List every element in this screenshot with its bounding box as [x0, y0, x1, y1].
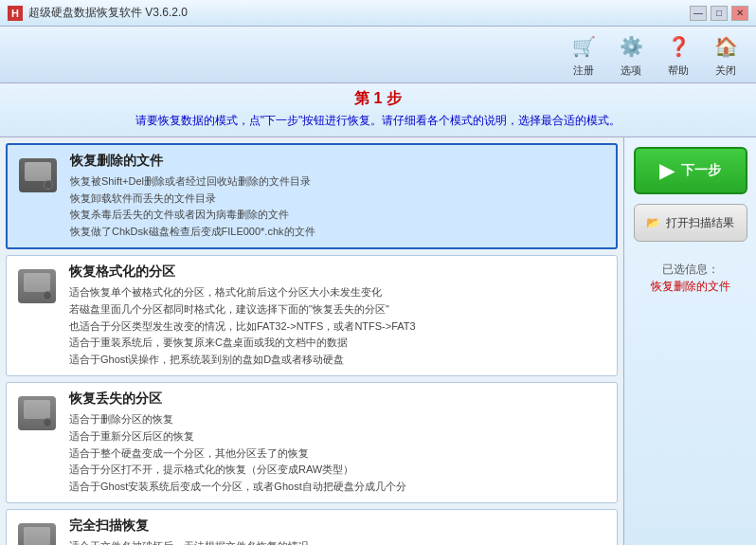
- option-content-restore-lost-partition: 恢复丢失的分区适合于删除分区的恢复 适合于重新分区后区的恢复 适合于整个硬盘变成…: [69, 391, 609, 495]
- select-button[interactable]: ⚙️ 选项: [610, 27, 652, 82]
- option-item-full-scan[interactable]: 完全扫描恢复适合于文件名被破坏后，无法根据文件名恢复的情况 可以定义义扫描磁盘中…: [6, 509, 618, 545]
- window-title: 超级硬盘数据恢复软件 V3.6.2.0: [28, 5, 188, 21]
- toolbar: 🛒 注册 ⚙️ 选项 ❓ 帮助 🏠 关闭: [0, 27, 756, 83]
- help-button[interactable]: ❓ 帮助: [657, 27, 699, 82]
- option-icon-full-scan: [14, 518, 60, 545]
- info-box: 已选信息： 恢复删除的文件: [651, 261, 730, 295]
- register-icon: 🛒: [568, 31, 599, 62]
- minimize-button[interactable]: —: [690, 6, 707, 21]
- register-label: 注册: [573, 64, 594, 78]
- option-item-restore-formatted[interactable]: 恢复格式化的分区适合恢复单个被格式化的分区，格式化前后这个分区大小未发生变化 若…: [6, 255, 618, 376]
- close-app-icon: 🏠: [711, 31, 741, 62]
- close-app-label: 关闭: [715, 64, 736, 78]
- option-content-full-scan: 完全扫描恢复适合于文件名被破坏后，无法根据文件名恢复的情况 可以定义义扫描磁盘中…: [69, 518, 609, 545]
- next-arrow-icon: ▶: [659, 159, 674, 182]
- option-content-restore-deleted: 恢复删除的文件恢复被Shift+Del删除或者经过回收站删除的文件目录 恢复卸载…: [70, 153, 608, 240]
- step-title: 第 1 步: [0, 89, 756, 109]
- title-controls: — □ ✕: [690, 6, 748, 21]
- option-icon-restore-lost-partition: [14, 391, 60, 436]
- next-button[interactable]: ▶ 下一步: [634, 147, 747, 194]
- close-button[interactable]: ✕: [731, 6, 748, 21]
- app-icon: H: [8, 6, 23, 21]
- close-app-button[interactable]: 🏠 关闭: [705, 27, 747, 82]
- register-button[interactable]: 🛒 注册: [563, 27, 604, 82]
- options-list: 恢复删除的文件恢复被Shift+Del删除或者经过回收站删除的文件目录 恢复卸载…: [0, 137, 623, 545]
- option-content-restore-formatted: 恢复格式化的分区适合恢复单个被格式化的分区，格式化前后这个分区大小未发生变化 若…: [69, 263, 609, 368]
- option-desc-restore-formatted: 适合恢复单个被格式化的分区，格式化前后这个分区大小未发生变化 若磁盘里面几个分区…: [69, 284, 609, 368]
- title-bar-left: H 超级硬盘数据恢复软件 V3.6.2.0: [8, 5, 188, 21]
- next-button-label: 下一步: [681, 162, 721, 179]
- title-bar: H 超级硬盘数据恢复软件 V3.6.2.0 — □ ✕: [0, 0, 756, 27]
- option-desc-restore-lost-partition: 适合于删除分区的恢复 适合于重新分区后区的恢复 适合于整个硬盘变成一个分区，其他…: [69, 411, 609, 495]
- scan-result-label: 打开扫描结果: [666, 215, 734, 231]
- option-desc-restore-deleted: 恢复被Shift+Del删除或者经过回收站删除的文件目录 恢复卸载软件而丢失的文…: [70, 173, 608, 240]
- help-label: 帮助: [668, 64, 689, 78]
- option-icon-restore-deleted: [15, 153, 61, 198]
- option-title-restore-formatted: 恢复格式化的分区: [69, 263, 609, 281]
- header-section: 第 1 步 请要恢复数据的模式，点"下一步"按钮进行恢复。请仔细看各个模式的说明…: [0, 83, 756, 137]
- option-title-restore-deleted: 恢复删除的文件: [70, 153, 608, 170]
- info-value: 恢复删除的文件: [651, 278, 730, 295]
- main-area: 恢复删除的文件恢复被Shift+Del删除或者经过回收站删除的文件目录 恢复卸载…: [0, 137, 756, 545]
- option-desc-full-scan: 适合于文件名被破坏后，无法根据文件名恢复的情况 可以定义义扫描磁盘中某部分范围，…: [69, 538, 609, 545]
- scan-result-button[interactable]: 📂 打开扫描结果: [634, 204, 747, 242]
- option-item-restore-deleted[interactable]: 恢复删除的文件恢复被Shift+Del删除或者经过回收站删除的文件目录 恢复卸载…: [6, 143, 618, 249]
- folder-icon: 📂: [646, 216, 660, 229]
- option-icon-restore-formatted: [14, 263, 60, 309]
- option-title-full-scan: 完全扫描恢复: [69, 518, 609, 535]
- right-panel: ▶ 下一步 📂 打开扫描结果 已选信息： 恢复删除的文件: [623, 137, 756, 545]
- select-label: 选项: [621, 64, 641, 78]
- help-icon: ❓: [663, 31, 693, 62]
- option-item-restore-lost-partition[interactable]: 恢复丢失的分区适合于删除分区的恢复 适合于重新分区后区的恢复 适合于整个硬盘变成…: [6, 382, 618, 503]
- select-icon: ⚙️: [616, 31, 646, 62]
- info-label: 已选信息：: [651, 261, 730, 278]
- option-title-restore-lost-partition: 恢复丢失的分区: [69, 391, 609, 408]
- step-desc: 请要恢复数据的模式，点"下一步"按钮进行恢复。请仔细看各个模式的说明，选择最合适…: [0, 113, 756, 129]
- maximize-button[interactable]: □: [711, 6, 728, 21]
